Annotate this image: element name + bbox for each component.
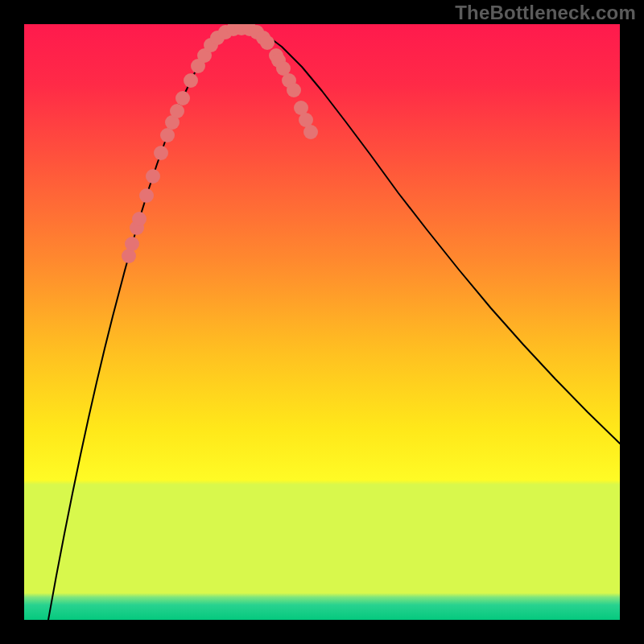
data-point: [154, 146, 168, 160]
data-point: [175, 91, 190, 105]
chart-area: [24, 24, 620, 620]
data-point: [303, 125, 318, 139]
data-point: [146, 169, 160, 184]
data-point: [184, 73, 198, 88]
data-point: [139, 188, 154, 203]
data-point: [132, 212, 147, 226]
data-point: [160, 128, 175, 142]
data-point: [125, 237, 139, 251]
chart-svg: [24, 24, 620, 620]
data-point: [260, 35, 275, 50]
data-point: [170, 104, 184, 118]
chart-background: [24, 24, 620, 620]
data-point: [287, 83, 301, 97]
app-frame: TheBottleneck.com: [0, 0, 644, 644]
watermark-text: TheBottleneck.com: [455, 2, 636, 24]
